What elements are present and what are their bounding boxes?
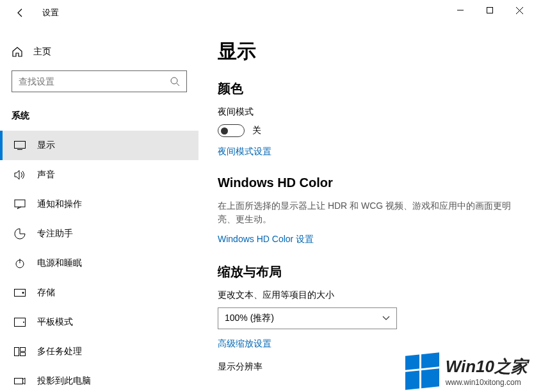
nav-multitask[interactable]: 多任务处理 — [0, 337, 198, 366]
power-icon — [14, 257, 26, 269]
svg-point-4 — [171, 78, 177, 84]
nav-notifications[interactable]: 通知和操作 — [0, 190, 198, 219]
arrow-left-icon — [15, 8, 26, 18]
close-button[interactable] — [505, 0, 534, 20]
night-mode-toggle[interactable] — [218, 124, 245, 137]
night-mode-toggle-row: 关 — [218, 124, 515, 137]
nav-display[interactable]: 显示 — [0, 131, 198, 160]
display-icon — [14, 140, 26, 151]
nav-sound[interactable]: 声音 — [0, 160, 198, 190]
nav-tablet[interactable]: 平板模式 — [0, 307, 198, 337]
svg-rect-18 — [15, 379, 23, 384]
maximize-icon — [487, 7, 493, 13]
svg-rect-16 — [20, 348, 26, 352]
svg-point-12 — [22, 292, 24, 294]
scale-selected: 100% (推荐) — [225, 313, 274, 324]
multitask-icon — [14, 346, 26, 357]
scale-select[interactable]: 100% (推荐) — [218, 307, 397, 329]
home-icon — [12, 46, 23, 58]
category-header: 系统 — [0, 104, 198, 131]
nav-label: 声音 — [37, 169, 55, 181]
storage-icon — [14, 287, 26, 298]
chevron-down-icon — [382, 316, 390, 321]
page-title: 显示 — [218, 38, 515, 65]
search-box[interactable] — [12, 70, 187, 92]
main-panel: 显示 颜色 夜间模式 关 夜间模式设置 Windows HD Color 在上面… — [198, 26, 534, 392]
toggle-knob — [221, 127, 228, 135]
nav-label: 电源和睡眠 — [37, 257, 82, 269]
section-color: 颜色 夜间模式 关 夜间模式设置 — [218, 80, 515, 158]
night-mode-label: 夜间模式 — [218, 106, 515, 118]
nav-label: 专注助手 — [37, 228, 73, 240]
focus-icon — [14, 228, 26, 240]
minimize-icon — [457, 7, 464, 13]
section-hdcolor: Windows HD Color 在上面所选择的显示器上让 HDR 和 WCG … — [218, 176, 515, 245]
color-heading: 颜色 — [218, 80, 515, 97]
svg-point-14 — [23, 322, 24, 323]
svg-line-5 — [177, 83, 179, 86]
nav-storage[interactable]: 存储 — [0, 278, 198, 307]
nav-label: 平板模式 — [37, 316, 73, 328]
svg-rect-1 — [487, 8, 493, 13]
hdcolor-settings-link[interactable]: Windows HD Color 设置 — [218, 234, 515, 245]
search-icon — [170, 76, 180, 86]
nav-focus[interactable]: 专注助手 — [0, 219, 198, 249]
sound-icon — [14, 169, 26, 181]
window-controls — [446, 0, 534, 20]
toggle-state: 关 — [252, 125, 261, 136]
watermark-title: Win10之家 — [446, 355, 528, 378]
tablet-icon — [14, 316, 26, 328]
sidebar: 主页 系统 显示 声音 通知和操作 专注助手 电源和睡眠 存储 — [0, 26, 198, 392]
window-title: 设置 — [42, 7, 59, 19]
notify-icon — [14, 199, 26, 210]
nav-label: 多任务处理 — [37, 346, 82, 357]
svg-rect-6 — [15, 142, 26, 149]
svg-rect-15 — [15, 348, 19, 356]
watermark-url: www.win10xitong.com — [446, 378, 528, 387]
scale-label: 更改文本、应用等项目的大小 — [218, 290, 515, 301]
nav-power[interactable]: 电源和睡眠 — [0, 249, 198, 278]
search-input[interactable] — [19, 76, 170, 86]
svg-rect-8 — [15, 200, 25, 207]
home-label: 主页 — [33, 46, 51, 58]
project-icon — [14, 375, 26, 387]
home-button[interactable]: 主页 — [0, 41, 198, 63]
nav-label: 显示 — [37, 140, 55, 151]
watermark: Win10之家 www.win10xitong.com — [405, 354, 528, 388]
advanced-scale-link[interactable]: 高级缩放设置 — [218, 338, 515, 350]
nav-label: 通知和操作 — [37, 199, 82, 210]
nav-label: 投影到此电脑 — [37, 375, 91, 387]
windows-logo-icon — [405, 352, 439, 390]
night-mode-settings-link[interactable]: 夜间模式设置 — [218, 146, 515, 158]
minimize-button[interactable] — [446, 0, 475, 20]
close-icon — [516, 7, 523, 14]
nav-label: 存储 — [37, 287, 55, 298]
hdcolor-desc: 在上面所选择的显示器上让 HDR 和 WCG 视频、游戏和应用中的画面更明亮、更… — [218, 199, 515, 226]
nav-project[interactable]: 投影到此电脑 — [0, 366, 198, 392]
hdcolor-heading: Windows HD Color — [218, 176, 515, 190]
svg-rect-17 — [20, 353, 26, 356]
maximize-button[interactable] — [475, 0, 505, 20]
scale-heading: 缩放与布局 — [218, 263, 515, 281]
back-button[interactable] — [12, 4, 29, 22]
